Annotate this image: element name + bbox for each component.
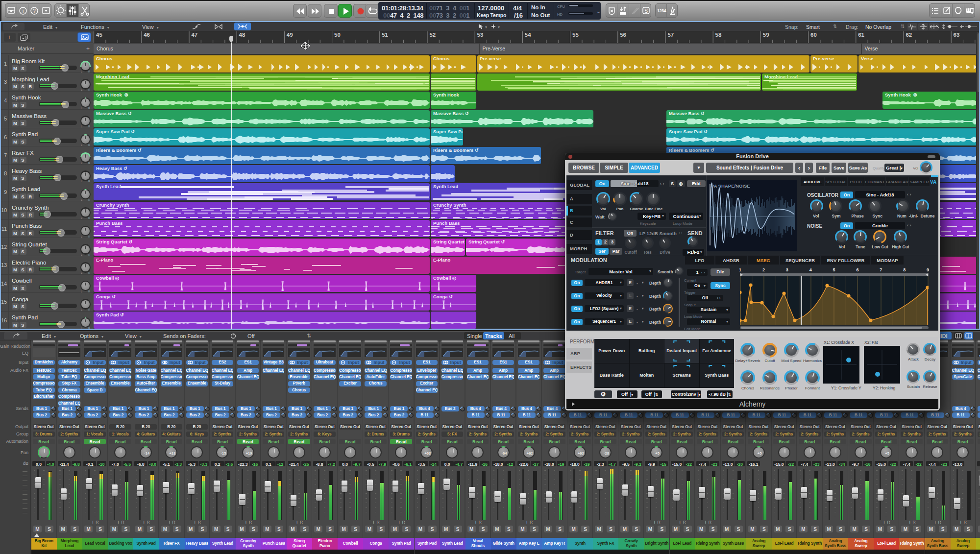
svg-text:?: ? [33,8,36,14]
svg-text:▾: ▾ [485,25,487,29]
svg-text:S: S [644,8,648,14]
svg-text:▾: ▾ [498,25,500,29]
svg-text:i: i [22,8,23,14]
